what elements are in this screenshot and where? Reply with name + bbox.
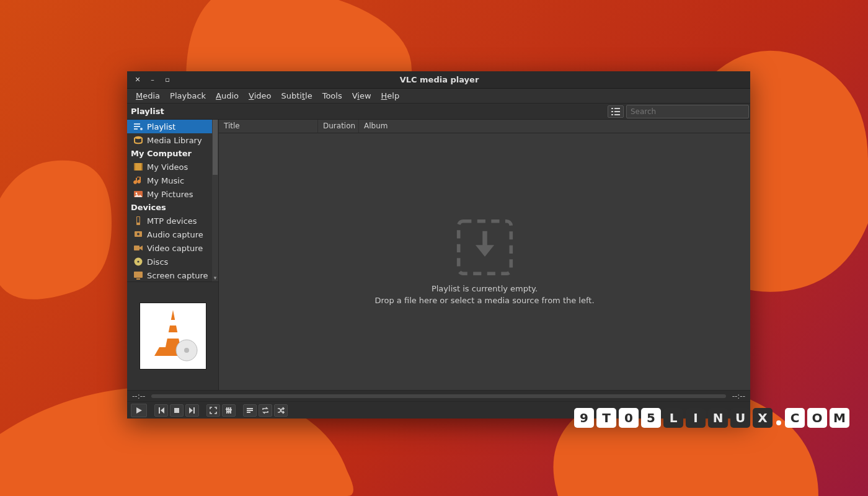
svg-point-19 <box>137 233 140 236</box>
svg-rect-0 <box>611 108 613 109</box>
svg-rect-32 <box>174 408 179 413</box>
seek-slider[interactable] <box>151 394 725 398</box>
video-capture-icon <box>133 243 143 253</box>
site-watermark: 9T05 LINUX COM <box>574 408 849 428</box>
svg-rect-4 <box>611 114 613 115</box>
sidebar-item-my-videos[interactable]: My Videos <box>127 160 218 174</box>
album-art-panel <box>127 282 218 390</box>
sidebar-item-media-library[interactable]: Media Library <box>127 133 218 147</box>
svg-rect-41 <box>247 412 250 413</box>
sidebar-item-label: My Music <box>147 176 184 185</box>
video-folder-icon <box>133 162 143 172</box>
menu-subtitle[interactable]: Subtitle <box>276 90 317 102</box>
vlc-window: ✕ – ▫ VLC media player Media Playback Au… <box>127 71 750 418</box>
svg-rect-8 <box>134 128 138 130</box>
menu-tools[interactable]: Tools <box>317 90 347 102</box>
sidebar-item-label: Media Library <box>147 136 202 145</box>
svg-marker-25 <box>166 310 180 347</box>
sidebar-item-label: MTP devices <box>147 216 197 226</box>
sidebar-item-screen-capture[interactable]: Screen capture <box>127 268 218 282</box>
previous-button[interactable] <box>154 404 168 417</box>
library-icon <box>133 135 143 145</box>
sidebar-item-my-pictures[interactable]: My Pictures <box>127 187 218 201</box>
sidebar-item-label: My Videos <box>147 162 188 172</box>
screen-capture-icon <box>133 270 143 280</box>
dropzone-text-2: Drop a file here or select a media sourc… <box>374 296 594 305</box>
sidebar-item-label: Video capture <box>147 244 203 253</box>
fullscreen-button[interactable] <box>206 404 220 417</box>
time-remaining: --:-- <box>732 392 745 401</box>
svg-rect-6 <box>134 123 140 125</box>
column-album[interactable]: Album <box>359 120 750 133</box>
source-tree: Playlist Media Library My Computer My Vi… <box>127 120 218 282</box>
next-button[interactable] <box>185 404 199 417</box>
svg-rect-2 <box>611 111 613 112</box>
sidebar: Playlist Media Library My Computer My Vi… <box>127 120 219 390</box>
svg-rect-3 <box>614 111 620 112</box>
menu-help[interactable]: Help <box>376 90 405 102</box>
audio-capture-icon <box>133 229 143 239</box>
playlist-icon <box>133 122 143 131</box>
mtp-icon <box>133 216 143 226</box>
svg-rect-17 <box>137 217 140 223</box>
disc-icon <box>133 257 143 267</box>
column-duration[interactable]: Duration <box>318 120 359 133</box>
maximize-button[interactable]: ▫ <box>164 77 170 83</box>
svg-rect-36 <box>226 409 228 410</box>
sidebar-section-mycomputer: My Computer <box>127 147 218 160</box>
svg-rect-1 <box>614 108 620 109</box>
svg-rect-20 <box>134 246 140 250</box>
menu-view[interactable]: View <box>347 90 376 102</box>
playlist-header: Title Duration Album <box>219 120 750 133</box>
music-folder-icon <box>133 175 143 185</box>
svg-rect-33 <box>226 407 228 414</box>
play-button[interactable] <box>131 404 147 417</box>
sidebar-item-discs[interactable]: Discs <box>127 255 218 268</box>
svg-rect-34 <box>228 407 229 414</box>
menu-playback[interactable]: Playback <box>165 90 211 102</box>
svg-rect-37 <box>228 411 230 412</box>
extended-settings-button[interactable] <box>222 404 236 417</box>
sidebar-item-label: My Pictures <box>147 190 193 199</box>
sidebar-section-devices: Devices <box>127 201 218 214</box>
menu-media[interactable]: Media <box>131 90 165 102</box>
search-input[interactable] <box>626 105 749 118</box>
pictures-folder-icon <box>133 189 143 199</box>
svg-rect-12 <box>134 163 135 170</box>
view-mode-button[interactable] <box>608 105 624 118</box>
svg-rect-7 <box>134 126 140 127</box>
svg-rect-5 <box>614 114 620 115</box>
sidebar-item-video-capture[interactable]: Video capture <box>127 241 218 255</box>
playlist-dropzone[interactable]: Playlist is currently empty. Drop a file… <box>219 133 750 390</box>
playlist-toolbar: Playlist <box>127 104 750 120</box>
titlebar: ✕ – ▫ VLC media player <box>127 71 750 89</box>
time-elapsed: --:-- <box>132 392 145 401</box>
toggle-playlist-button[interactable] <box>243 404 257 417</box>
seek-bar-row: --:-- --:-- <box>127 390 750 401</box>
dropzone-text-1: Playlist is currently empty. <box>432 284 538 293</box>
sidebar-item-audio-capture[interactable]: Audio capture <box>127 228 218 241</box>
menu-video[interactable]: Video <box>244 90 276 102</box>
svg-point-15 <box>136 193 138 195</box>
svg-rect-39 <box>247 408 253 409</box>
window-title: VLC media player <box>178 75 701 84</box>
svg-rect-23 <box>134 272 143 278</box>
minimize-button[interactable]: – <box>149 77 156 83</box>
sidebar-item-label: Discs <box>147 257 168 267</box>
sidebar-item-my-music[interactable]: My Music <box>127 174 218 187</box>
loop-button[interactable] <box>259 404 272 417</box>
sidebar-item-label: Playlist <box>147 122 175 131</box>
sidebar-item-playlist[interactable]: Playlist <box>127 120 218 133</box>
svg-point-10 <box>135 136 142 139</box>
menu-audio[interactable]: Audio <box>211 90 244 102</box>
stop-button[interactable] <box>170 404 184 417</box>
shuffle-button[interactable] <box>274 404 288 417</box>
close-button[interactable]: ✕ <box>135 77 141 83</box>
playlist-heading: Playlist <box>127 107 168 116</box>
sidebar-item-mtp[interactable]: MTP devices <box>127 214 218 228</box>
svg-rect-27 <box>165 332 181 339</box>
column-title[interactable]: Title <box>219 120 318 133</box>
svg-rect-24 <box>136 278 140 280</box>
search-box <box>626 105 749 118</box>
sidebar-scrollbar[interactable]: ▾ <box>212 120 218 281</box>
